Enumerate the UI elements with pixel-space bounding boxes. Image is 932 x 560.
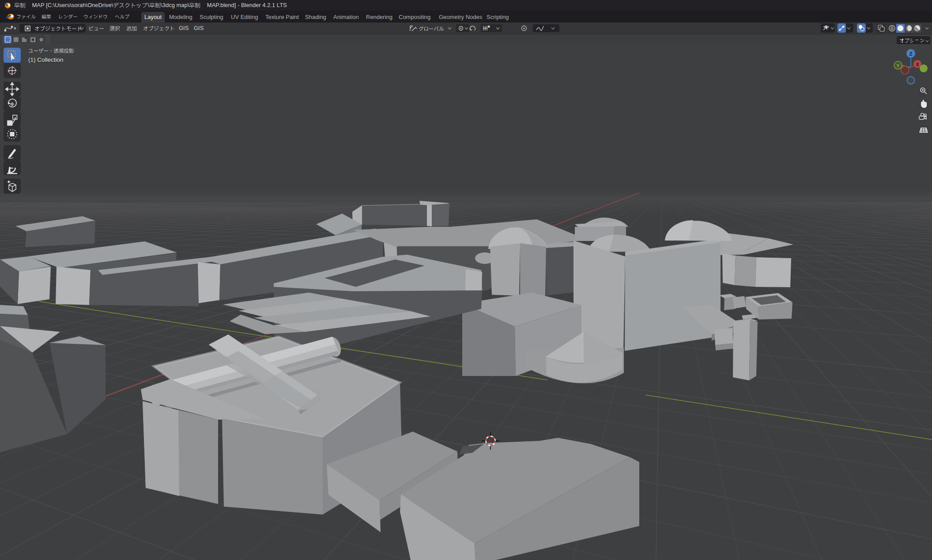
- svg-text:Y: Y: [896, 63, 899, 68]
- svg-text:Z: Z: [909, 51, 913, 56]
- svg-text:X: X: [916, 62, 919, 67]
